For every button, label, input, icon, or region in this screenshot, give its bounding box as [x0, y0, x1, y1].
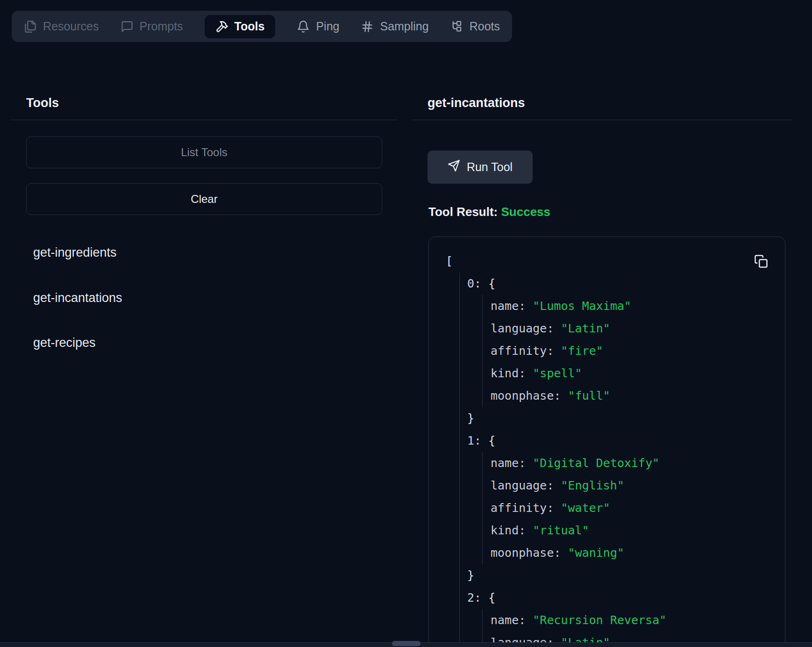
- json-line: name: "Recursion Reversa": [491, 609, 752, 632]
- tool-list-item-get-recipes[interactable]: get-recipes: [33, 336, 96, 350]
- json-key: affinity:: [491, 344, 561, 358]
- hammer-icon: [215, 20, 228, 33]
- tool-result-status: Success: [501, 205, 551, 219]
- json-value: "Recursion Reversa": [533, 613, 666, 627]
- divider: [412, 120, 791, 120]
- tab-ping[interactable]: Ping: [297, 20, 339, 33]
- mcp-inspector-app: ResourcesPromptsToolsPingSamplingRoots T…: [0, 0, 812, 647]
- send-icon: [448, 159, 460, 175]
- json-value: "ritual": [533, 524, 589, 537]
- json-object-level: name: "Digital Detoxify"language: "Engli…: [482, 452, 752, 564]
- json-line: name: "Digital Detoxify": [491, 452, 752, 474]
- json-line: 0: {: [467, 273, 752, 295]
- json-line: language: "Latin": [491, 317, 752, 340]
- json-key: name:: [491, 456, 533, 470]
- json-key: kind:: [491, 367, 533, 380]
- json-line: name: "Lumos Maxima": [491, 295, 752, 317]
- json-index: 2: [467, 591, 474, 604]
- json-line: kind: "spell": [491, 362, 752, 385]
- json-value: "Lumos Maxima": [533, 299, 631, 313]
- json-open-bracket: [: [446, 254, 453, 268]
- json-object-level: name: "Recursion Reversa"language: "Lati…: [482, 609, 752, 647]
- tool-list-item-get-incantations[interactable]: get-incantations: [33, 291, 122, 305]
- list-tools-button[interactable]: List Tools: [26, 137, 382, 168]
- resize-grip-handle[interactable]: [392, 641, 420, 646]
- json-value: "Digital Detoxify": [533, 456, 659, 470]
- json-line: }: [467, 407, 752, 430]
- hash-icon: [361, 20, 374, 33]
- json-value: "waning": [568, 546, 624, 560]
- tab-prompts[interactable]: Prompts: [121, 20, 183, 33]
- json-key: language:: [491, 322, 561, 335]
- json-key: moonphase:: [491, 546, 568, 560]
- bottom-resize-bar: [0, 642, 812, 647]
- run-tool-button[interactable]: Run Tool: [427, 151, 533, 184]
- bell-icon: [297, 20, 310, 33]
- json-array-level: 0: {name: "Lumos Maxima"language: "Latin…: [459, 273, 752, 647]
- json-result-tree: [0: {name: "Lumos Maxima"language: "Lati…: [446, 250, 752, 647]
- tool-result-line: Tool Result: Success: [428, 205, 550, 219]
- json-line: affinity: "fire": [491, 340, 752, 362]
- json-value: "Latin": [561, 322, 610, 335]
- json-key: name:: [491, 299, 533, 313]
- tool-list-item-get-ingredients[interactable]: get-ingredients: [33, 245, 117, 259]
- tool-result-box: [0: {name: "Lumos Maxima"language: "Lati…: [428, 237, 785, 647]
- tab-roots[interactable]: Roots: [450, 20, 500, 33]
- tools-panel-title: Tools: [26, 96, 59, 110]
- json-index: 0: [467, 277, 474, 290]
- json-line: moonphase: "full": [491, 385, 752, 407]
- json-object-level: name: "Lumos Maxima"language: "Latin"aff…: [482, 295, 752, 407]
- clear-button[interactable]: Clear: [26, 183, 382, 215]
- copy-icon[interactable]: [753, 254, 769, 270]
- json-key: name:: [491, 613, 533, 627]
- json-line: moonphase: "waning": [491, 542, 752, 564]
- tab-resources[interactable]: Resources: [24, 20, 99, 33]
- json-line: language: "English": [491, 474, 752, 497]
- tab-label: Ping: [316, 21, 339, 32]
- json-line: 1: {: [467, 430, 752, 452]
- json-value: "spell": [533, 367, 582, 380]
- message-square-icon: [121, 20, 134, 33]
- tab-bar: ResourcesPromptsToolsPingSamplingRoots: [12, 11, 512, 42]
- selected-tool-title: get-incantations: [427, 96, 525, 110]
- tab-label: Sampling: [380, 21, 428, 32]
- json-value: "water": [561, 501, 610, 515]
- tab-tools[interactable]: Tools: [205, 15, 276, 38]
- json-key: affinity:: [491, 501, 561, 515]
- json-value: "full": [568, 389, 610, 403]
- json-line: kind: "ritual": [491, 519, 752, 542]
- tab-label: Resources: [43, 21, 99, 32]
- divider: [10, 120, 398, 120]
- json-line: [: [446, 250, 752, 273]
- tool-result-label: Tool Result:: [428, 205, 498, 219]
- json-index: 1: [467, 434, 474, 447]
- json-line: }: [467, 564, 752, 587]
- run-tool-label: Run Tool: [467, 160, 513, 174]
- json-line: 2: {: [467, 587, 752, 609]
- json-line: affinity: "water": [491, 497, 752, 519]
- json-key: language:: [491, 479, 561, 492]
- tab-label: Roots: [470, 21, 500, 32]
- files-icon: [24, 20, 37, 33]
- json-value: "English": [561, 479, 624, 492]
- tab-label: Prompts: [140, 21, 183, 32]
- json-key: kind:: [491, 524, 533, 537]
- json-key: moonphase:: [491, 389, 568, 403]
- tab-label: Tools: [235, 21, 265, 32]
- json-value: "fire": [561, 344, 603, 358]
- tree-icon: [450, 20, 463, 33]
- tab-sampling[interactable]: Sampling: [361, 20, 428, 33]
